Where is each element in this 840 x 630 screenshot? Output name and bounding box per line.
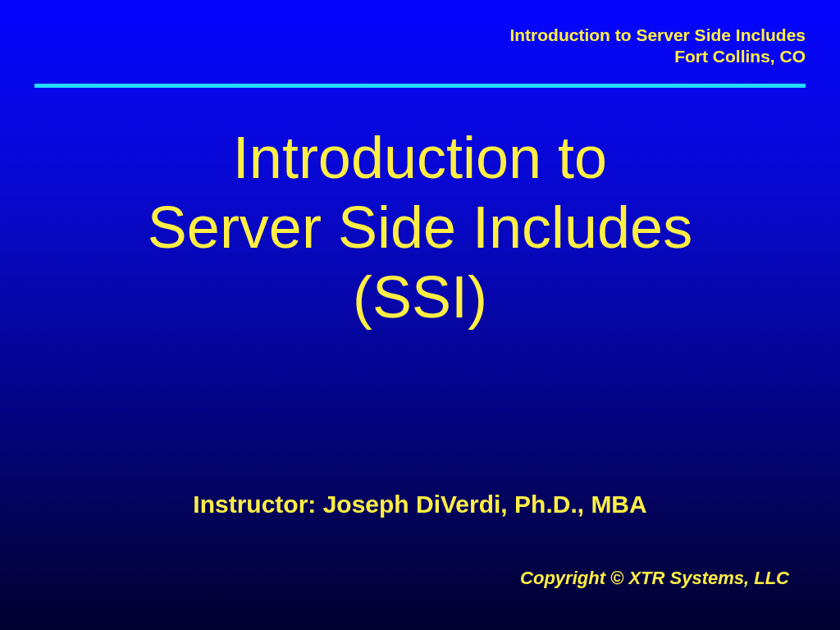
slide-title: Introduction to Server Side Includes (SS…: [0, 123, 840, 332]
title-line-2: Server Side Includes: [0, 193, 840, 262]
title-line-1: Introduction to: [0, 123, 840, 193]
instructor-line: Instructor: Joseph DiVerdi, Ph.D., MBA: [0, 491, 840, 518]
copyright-line: Copyright © XTR Systems, LLC: [520, 568, 789, 589]
divider-line: [34, 84, 806, 88]
header-line-2: Fort Collins, CO: [509, 46, 806, 67]
title-line-3: (SSI): [0, 262, 840, 332]
header-line-1: Introduction to Server Side Includes: [509, 25, 806, 46]
slide-header: Introduction to Server Side Includes For…: [509, 25, 806, 68]
